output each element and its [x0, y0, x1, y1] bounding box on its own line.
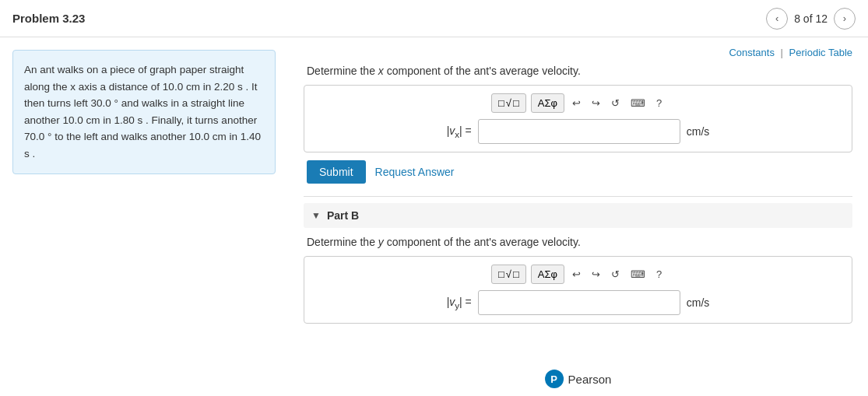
part-b-input[interactable]	[478, 290, 680, 315]
part-b-header[interactable]: ▼ Part B	[304, 203, 852, 228]
part-b-input-label: |vy| =	[447, 296, 472, 310]
part-b-arrow-icon: ▼	[311, 210, 321, 221]
pagination-text: 8 of 12	[794, 12, 828, 25]
part-a-action-row: Submit Request Answer	[304, 160, 852, 184]
pagination: ‹ 8 of 12 ›	[766, 8, 856, 30]
part-a-request-link[interactable]: Request Answer	[375, 166, 455, 178]
next-button[interactable]: ›	[834, 8, 856, 30]
part-b-symbol-button[interactable]: AΣφ	[531, 265, 564, 284]
part-a-input[interactable]	[478, 119, 680, 144]
part-b-keyboard-icon[interactable]: ⌨	[627, 267, 648, 282]
part-b-label: Part B	[327, 209, 359, 222]
problem-title: Problem 3.23	[12, 12, 85, 25]
part-b-unit: cm/s	[687, 296, 710, 309]
link-separator: |	[781, 47, 783, 58]
pearson-logo-letter: P	[550, 373, 557, 385]
part-b-toolbar: □√□ AΣφ ↩ ↪ ↺ ⌨ ?	[312, 265, 844, 284]
part-b-undo-icon[interactable]: ↩	[569, 267, 584, 282]
top-links: Constants | Periodic Table	[304, 47, 852, 58]
part-a-symbol-button[interactable]: AΣφ	[531, 93, 564, 113]
left-panel: An ant walks on a piece of graph paper s…	[0, 37, 288, 396]
part-b-math-button[interactable]: □√□	[491, 265, 526, 284]
part-a-question: Determine the x component of the ant's a…	[304, 65, 852, 77]
part-a-toolbar: □√□ AΣφ ↩ ↪ ↺ ⌨ ?	[312, 93, 844, 113]
divider	[304, 196, 852, 197]
part-a-undo-icon[interactable]: ↩	[569, 96, 584, 110]
periodic-table-link[interactable]: Periodic Table	[789, 47, 852, 58]
header: Problem 3.23 ‹ 8 of 12 ›	[0, 0, 868, 37]
part-a-submit-button[interactable]: Submit	[307, 160, 366, 184]
part-a-section: Determine the x component of the ant's a…	[304, 65, 852, 184]
problem-text: An ant walks on a piece of graph paper s…	[24, 64, 261, 159]
part-a-answer-box: □√□ AΣφ ↩ ↪ ↺ ⌨ ? |vx| = cm/s	[304, 85, 852, 152]
constants-link[interactable]: Constants	[729, 47, 775, 58]
part-a-unit: cm/s	[687, 125, 710, 138]
part-a-input-label: |vx| =	[447, 124, 472, 139]
part-b-reset-icon[interactable]: ↺	[608, 267, 623, 282]
pearson-brand: Pearson	[568, 373, 612, 386]
part-a-var: x	[378, 65, 384, 77]
part-a-reset-icon[interactable]: ↺	[608, 96, 623, 110]
part-b-question: Determine the y component of the ant's a…	[304, 236, 852, 248]
part-b-var: y	[378, 236, 384, 248]
right-panel: Constants | Periodic Table Determine the…	[288, 37, 868, 396]
part-a-math-button[interactable]: □√□	[491, 93, 526, 113]
part-b-input-row: |vy| = cm/s	[312, 290, 844, 315]
prev-button[interactable]: ‹	[766, 8, 788, 30]
part-b-section: Determine the y component of the ant's a…	[304, 236, 852, 324]
part-b-redo-icon[interactable]: ↪	[589, 267, 603, 282]
problem-box: An ant walks on a piece of graph paper s…	[12, 50, 276, 174]
part-a-help-icon[interactable]: ?	[653, 96, 665, 110]
pearson-footer: P Pearson	[545, 370, 612, 388]
part-b-help-icon[interactable]: ?	[653, 267, 665, 282]
pearson-logo: P	[545, 370, 564, 388]
part-a-redo-icon[interactable]: ↪	[589, 96, 603, 110]
main-layout: An ant walks on a piece of graph paper s…	[0, 37, 868, 396]
part-a-keyboard-icon[interactable]: ⌨	[627, 96, 648, 110]
part-b-answer-box: □√□ AΣφ ↩ ↪ ↺ ⌨ ? |vy| = cm/s	[304, 256, 852, 324]
part-a-input-row: |vx| = cm/s	[312, 119, 844, 144]
